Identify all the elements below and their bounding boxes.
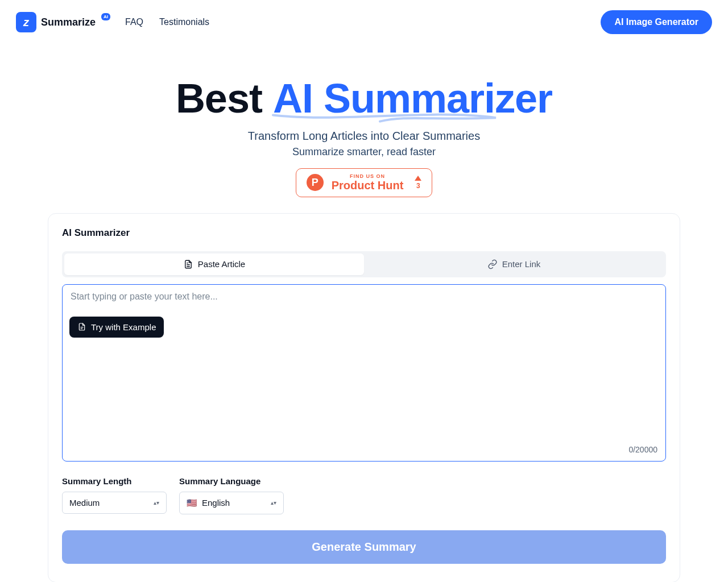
- summary-length-select[interactable]: Medium ▴▾: [62, 492, 167, 514]
- card-title: AI Summarizer: [62, 227, 666, 239]
- chevron-updown-icon: ▴▾: [271, 500, 276, 506]
- summary-language-label: Summary Language: [179, 476, 284, 486]
- product-hunt-icon: P: [307, 174, 324, 191]
- input-tabs: Paste Article Enter Link: [62, 251, 666, 277]
- hero-subtitle: Transform Long Articles into Clear Summa…: [0, 130, 728, 143]
- brand-name: Summarize AI: [41, 16, 96, 28]
- summary-length-control: Summary Length Medium ▴▾: [62, 476, 167, 514]
- ph-small-text: FIND US ON: [332, 173, 404, 179]
- document-icon: [183, 259, 193, 269]
- flag-icon: 🇺🇸: [187, 498, 197, 508]
- article-textarea[interactable]: [71, 292, 657, 436]
- summary-language-control: Summary Language 🇺🇸English ▴▾: [179, 476, 284, 514]
- chevron-updown-icon: ▴▾: [154, 500, 159, 506]
- brand[interactable]: z Summarize AI: [16, 12, 96, 32]
- underline-swoosh-icon: [271, 111, 498, 125]
- brand-badge: AI: [101, 13, 110, 20]
- product-hunt-badge[interactable]: P FIND US ON Product Hunt 3: [296, 168, 433, 197]
- brand-logo-icon: z: [16, 12, 36, 32]
- text-input-area: Try with Example 0/20000: [62, 284, 666, 462]
- ph-vote-count: 3: [416, 182, 420, 190]
- ph-votes: 3: [415, 176, 421, 190]
- ph-large-text: Product Hunt: [332, 179, 404, 192]
- tab-enter-link[interactable]: Enter Link: [364, 253, 664, 275]
- hero: Best AI Summarizer Transform Long Articl…: [0, 77, 728, 197]
- summary-length-label: Summary Length: [62, 476, 167, 486]
- image-generator-button[interactable]: AI Image Generator: [601, 10, 712, 34]
- document-icon: [77, 322, 86, 331]
- generate-summary-button[interactable]: Generate Summary: [62, 530, 666, 564]
- summary-language-select[interactable]: 🇺🇸English ▴▾: [179, 492, 284, 514]
- try-example-button[interactable]: Try with Example: [69, 317, 164, 338]
- hero-title: Best AI Summarizer: [0, 77, 728, 120]
- nav-testimonials[interactable]: Testimonials: [159, 17, 209, 27]
- up-triangle-icon: [415, 176, 421, 181]
- summarizer-card: AI Summarizer Paste Article Enter Link T…: [48, 213, 680, 582]
- tab-paste-article[interactable]: Paste Article: [64, 253, 364, 275]
- nav-faq[interactable]: FAQ: [125, 17, 143, 27]
- char-counter: 0/20000: [628, 445, 657, 454]
- link-icon: [487, 259, 498, 269]
- hero-subtitle-2: Summarize smarter, read faster: [0, 146, 728, 158]
